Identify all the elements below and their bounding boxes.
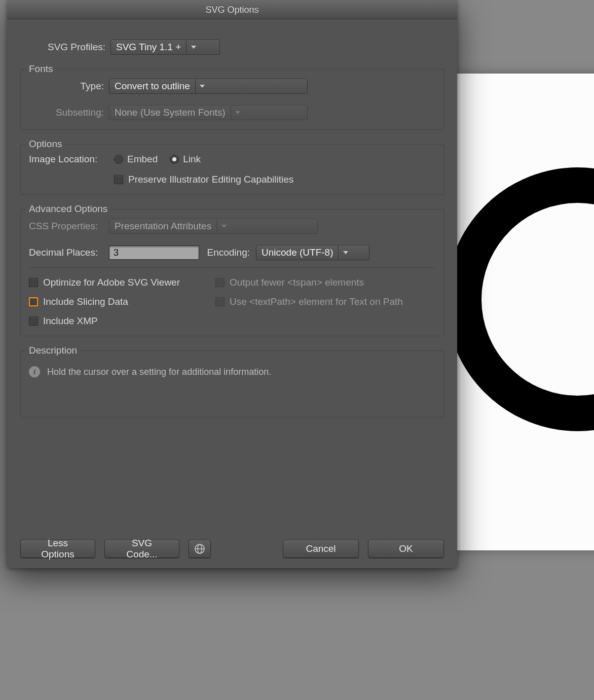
radio-embed-label: Embed [127, 154, 158, 165]
options-group: Options Image Location: Embed Link Prese… [20, 144, 444, 195]
font-subsetting-label: Subsetting: [29, 107, 109, 118]
fonts-group: Fonts Type: Convert to outline Subsettin… [20, 69, 444, 130]
dialog-title: SVG Options [7, 0, 457, 19]
options-legend: Options [26, 138, 65, 150]
less-options-button[interactable]: Less Options [20, 540, 95, 558]
ok-button[interactable]: OK [368, 540, 444, 558]
css-properties-label: CSS Properties: [29, 221, 109, 232]
radio-icon [114, 155, 123, 164]
css-properties-value: Presentation Attributes [109, 219, 216, 233]
optimize-svg-viewer-label: Optimize for Adobe SVG Viewer [43, 277, 180, 288]
output-fewer-tspan-checkbox: Output fewer <tspan> elements [215, 277, 364, 288]
font-type-select[interactable]: Convert to outline [109, 79, 308, 94]
checkbox-icon [29, 317, 38, 326]
include-slicing-data-label: Include Slicing Data [43, 296, 128, 307]
svg-profiles-label: SVG Profiles: [20, 42, 110, 53]
font-type-value: Convert to outline [109, 79, 195, 93]
preserve-capabilities-checkbox[interactable]: Preserve Illustrator Editing Capabilitie… [114, 174, 293, 185]
include-slicing-data-checkbox[interactable]: Include Slicing Data [29, 296, 215, 307]
output-fewer-tspan-label: Output fewer <tspan> elements [230, 277, 364, 288]
preserve-capabilities-label: Preserve Illustrator Editing Capabilitie… [128, 174, 293, 185]
checkbox-icon [114, 175, 123, 184]
description-group: Description i Hold the cursor over a set… [20, 351, 444, 417]
encoding-label: Encoding: [199, 247, 256, 258]
advanced-options-group: Advanced Options CSS Properties: Present… [20, 209, 444, 336]
optimize-svg-viewer-checkbox[interactable]: Optimize for Adobe SVG Viewer [29, 277, 215, 288]
checkbox-icon [215, 297, 225, 306]
font-subsetting-value: None (Use System Fonts) [109, 106, 231, 120]
checkbox-icon [215, 278, 225, 287]
chevron-down-icon [338, 246, 352, 260]
fonts-legend: Fonts [26, 63, 56, 75]
radio-icon [170, 155, 179, 164]
globe-icon [194, 543, 205, 554]
advanced-legend: Advanced Options [26, 203, 110, 215]
description-legend: Description [26, 345, 80, 356]
chevron-down-icon [231, 106, 245, 120]
cancel-button[interactable]: Cancel [283, 540, 359, 558]
image-location-embed-radio[interactable]: Embed [114, 154, 158, 165]
use-textpath-checkbox: Use <textPath> element for Text on Path [215, 296, 403, 307]
encoding-value: Unicode (UTF-8) [256, 246, 338, 260]
include-xmp-checkbox[interactable]: Include XMP [29, 316, 98, 327]
radio-link-label: Link [183, 154, 201, 165]
dialog-footer: Less Options SVG Code... Cancel OK [20, 522, 444, 558]
chevron-down-icon [186, 40, 200, 54]
chevron-down-icon [195, 79, 209, 93]
info-icon: i [29, 366, 40, 377]
svg-options-dialog: SVG Options SVG Profiles: SVG Tiny 1.1 +… [7, 0, 457, 568]
description-text: Hold the cursor over a setting for addit… [47, 367, 271, 377]
decimal-places-input[interactable] [109, 246, 199, 260]
divider [29, 267, 435, 268]
include-xmp-label: Include XMP [43, 316, 98, 327]
use-textpath-label: Use <textPath> element for Text on Path [230, 296, 403, 307]
checkbox-icon [29, 278, 38, 287]
font-subsetting-select: None (Use System Fonts) [109, 105, 308, 120]
decimal-places-label: Decimal Places: [29, 247, 109, 258]
svg-profiles-row: SVG Profiles: SVG Tiny 1.1 + [20, 40, 444, 55]
svg-code-button[interactable]: SVG Code... [104, 540, 179, 558]
font-type-label: Type: [29, 81, 109, 92]
svg-profiles-value: SVG Tiny 1.1 + [111, 40, 186, 54]
image-location-link-radio[interactable]: Link [170, 154, 201, 165]
chevron-down-icon [216, 219, 231, 233]
checkbox-icon [29, 297, 38, 306]
image-location-label: Image Location: [29, 154, 114, 165]
css-properties-select: Presentation Attributes [109, 219, 318, 234]
encoding-select[interactable]: Unicode (UTF-8) [256, 245, 369, 260]
svg-profiles-select[interactable]: SVG Tiny 1.1 + [110, 40, 220, 55]
web-preview-button[interactable] [189, 540, 211, 558]
